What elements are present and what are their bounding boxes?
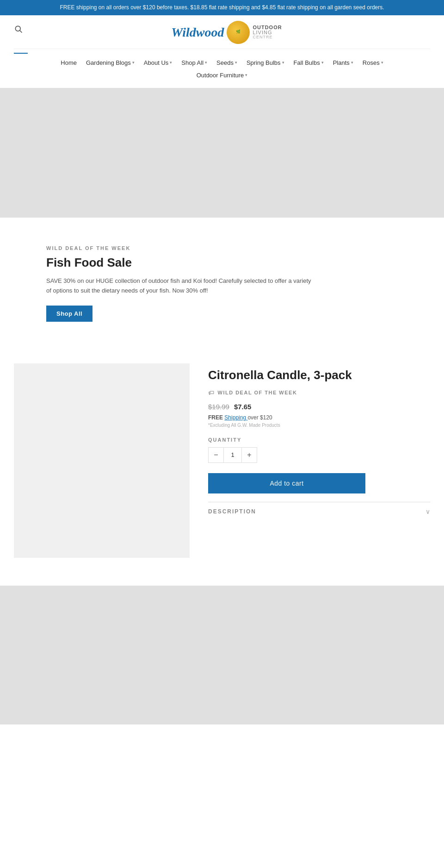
nav-roses[interactable]: Roses ▾ bbox=[358, 56, 388, 69]
banner-text: FREE shipping on all orders over $120 be… bbox=[60, 4, 384, 11]
chevron-down-icon: ▾ bbox=[235, 60, 237, 65]
chevron-down-icon: ▾ bbox=[282, 60, 284, 65]
shipping-link[interactable]: Shipping bbox=[224, 414, 247, 421]
logo-badge: 🌿 bbox=[227, 21, 250, 44]
search-icon[interactable] bbox=[14, 25, 23, 36]
shop-all-button[interactable]: Shop All bbox=[46, 306, 92, 322]
deal-description: SAVE 30% on our HUGE collection of outdo… bbox=[46, 276, 314, 296]
logo[interactable]: Wildwood 🌿 OUTDOOR LIVING CENTRE bbox=[23, 21, 430, 44]
bottom-section bbox=[0, 586, 444, 724]
product-image bbox=[14, 363, 190, 558]
nav-spring-bulbs[interactable]: Spring Bulbs ▾ bbox=[242, 56, 289, 69]
description-label: DESCRIPTION bbox=[208, 508, 256, 515]
top-banner: FREE shipping on all orders over $120 be… bbox=[0, 0, 444, 15]
chevron-down-icon: ▾ bbox=[170, 60, 172, 65]
quantity-decrease-button[interactable]: − bbox=[209, 448, 223, 462]
deal-section: WILD DEAL OF THE WEEK Fish Food Sale SAV… bbox=[0, 218, 361, 345]
product-details: Citronella Candle, 3-pack 🏷 WILD DEAL OF… bbox=[208, 363, 430, 520]
chevron-down-icon: ▾ bbox=[245, 73, 247, 77]
quantity-input[interactable] bbox=[223, 448, 242, 462]
svg-line-1 bbox=[20, 31, 22, 33]
nav-gardening-blogs[interactable]: Gardening Blogs ▾ bbox=[81, 56, 139, 69]
deal-eyebrow: WILD DEAL OF THE WEEK bbox=[46, 245, 314, 251]
sale-price: $7.65 bbox=[234, 403, 252, 411]
nav-plants[interactable]: Plants ▾ bbox=[328, 56, 358, 69]
nav-home[interactable]: Home bbox=[56, 56, 81, 69]
nav-shop-all[interactable]: Shop All ▾ bbox=[177, 56, 212, 69]
quantity-label: QUANTITY bbox=[208, 437, 430, 443]
add-to-cart-button[interactable]: Add to cart bbox=[208, 473, 365, 493]
nav-seeds[interactable]: Seeds ▾ bbox=[212, 56, 242, 69]
chevron-down-icon: ∨ bbox=[426, 508, 430, 515]
product-tag: 🏷 WILD DEAL OF THE WEEK bbox=[208, 389, 430, 396]
chevron-down-icon: ▾ bbox=[381, 60, 383, 65]
nav-outdoor-furniture[interactable]: Outdoor Furniture ▾ bbox=[192, 69, 253, 81]
product-section: Citronella Candle, 3-pack 🏷 WILD DEAL OF… bbox=[0, 345, 444, 586]
chevron-down-icon: ▾ bbox=[132, 60, 135, 65]
quantity-control: − + bbox=[208, 447, 257, 463]
chevron-down-icon: ▾ bbox=[205, 60, 207, 65]
shipping-info: FREE Shipping over $120 bbox=[208, 414, 430, 421]
tag-icon: 🏷 bbox=[208, 389, 215, 396]
header: Wildwood 🌿 OUTDOOR LIVING CENTRE Home Ga… bbox=[0, 15, 444, 88]
description-accordion[interactable]: DESCRIPTION ∨ bbox=[208, 502, 430, 521]
logo-text: Wildwood bbox=[171, 25, 224, 40]
chevron-down-icon: ▾ bbox=[321, 60, 324, 65]
product-title: Citronella Candle, 3-pack bbox=[208, 368, 430, 382]
tax-note: *Excluding All G.W. Made Products bbox=[208, 423, 430, 428]
logo-tagline: OUTDOOR LIVING CENTRE bbox=[253, 25, 282, 39]
nav-about-us[interactable]: About Us ▾ bbox=[139, 56, 177, 69]
product-price: $19.99 $7.65 bbox=[208, 403, 430, 411]
chevron-down-icon: ▾ bbox=[351, 60, 353, 65]
nav-fall-bulbs[interactable]: Fall Bulbs ▾ bbox=[289, 56, 328, 69]
original-price: $19.99 bbox=[208, 403, 229, 411]
hero-banner bbox=[0, 88, 444, 218]
svg-point-0 bbox=[15, 26, 20, 31]
deal-title: Fish Food Sale bbox=[46, 256, 314, 270]
main-nav: Home Gardening Blogs ▾ About Us ▾ Shop A… bbox=[14, 49, 430, 88]
quantity-increase-button[interactable]: + bbox=[242, 448, 257, 462]
